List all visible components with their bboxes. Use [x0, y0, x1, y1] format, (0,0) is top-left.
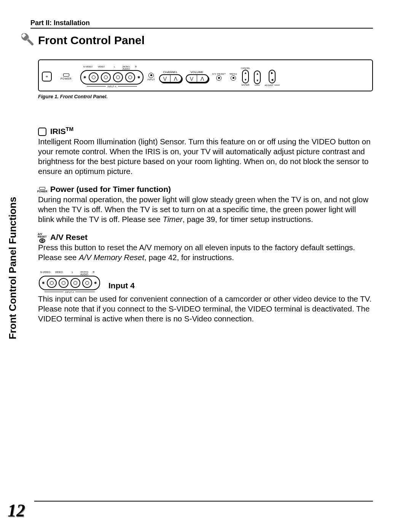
- iris-body: Intelligent Room Illumination (light) Se…: [38, 137, 373, 176]
- side-label: Front Control Panel Functions: [7, 197, 19, 339]
- volume-label: VOLUME: [191, 70, 204, 74]
- avreset-body: Press this button to reset the A/V memor…: [38, 243, 373, 262]
- figure-caption: Figure 1. Front Control Panel.: [38, 94, 373, 99]
- screw-icon: ✱: [137, 75, 140, 79]
- power-heading-icon: POWER: [38, 185, 46, 194]
- front-panel-diagram: POWER S-VIDEO VIDEO L (MONO)AUDIO R ✱ ✱ …: [38, 59, 373, 91]
- video-jack-icon: [101, 72, 111, 82]
- audio-r-label: R: [131, 66, 141, 70]
- input4-heading: Input 4: [108, 281, 135, 290]
- page-number: 12: [8, 500, 25, 521]
- section-power: POWER Power (used for Timer function) Du…: [38, 185, 373, 224]
- cancel-enter-pill-icon: ▲▼: [242, 70, 249, 83]
- menu-label: MENU: [229, 73, 237, 75]
- channel-rocker-icon: ⋁⋀: [159, 74, 182, 83]
- avreset-heading-icon: A/V RESET: [38, 233, 46, 242]
- enter-label: ENTER: [242, 84, 249, 86]
- adjust-right-pill-icon: ▶◀: [269, 70, 276, 83]
- avreset-label: A/V RESET: [212, 73, 226, 75]
- video-label: VIDEO: [96, 66, 107, 70]
- svideo-jack-icon: [89, 72, 99, 82]
- cancel-label: CANCEL: [241, 67, 250, 69]
- power-body: During normal operation, the power light…: [38, 195, 373, 224]
- power-led-icon: [63, 73, 69, 77]
- audio-l-label: L: [114, 66, 115, 68]
- power-heading: Power (used for Timer function): [50, 185, 171, 194]
- iris-tm: TM: [66, 126, 73, 132]
- wrench-icon: MITSUBISHI: [19, 31, 38, 50]
- page-title: Front Control Panel: [38, 34, 145, 47]
- section-input4: S-VIDEO VIDEO L (MONO)AUDIO R ✱ ✱: [38, 271, 373, 324]
- iris-icon: [38, 128, 46, 136]
- section-avreset: A/V RESET A/V Reset Press this button to…: [38, 233, 373, 262]
- iris-sensor-icon: [42, 72, 52, 81]
- avreset-heading: A/V Reset: [50, 233, 88, 242]
- input-label: INPUT: [147, 78, 155, 81]
- header-rule: [30, 28, 373, 29]
- channel-label: CHANNEL: [163, 70, 177, 74]
- volume-rocker-icon: ⋁⋀: [186, 74, 209, 83]
- adjust-up-pill-icon: ▲▼: [254, 70, 261, 84]
- input4-label: INPUT-4: [107, 85, 116, 88]
- avreset-button-icon: [216, 75, 221, 81]
- screw-icon: ✱: [83, 75, 86, 79]
- power-label: POWER: [61, 77, 72, 80]
- section-iris: IRISTM Intelligent Room Illumination (li…: [38, 126, 373, 176]
- footer-rule: [34, 501, 373, 502]
- audio-l-jack-icon: [113, 72, 123, 82]
- iris-heading: IRIS: [50, 127, 66, 136]
- audio-r-jack-icon: [125, 72, 135, 82]
- svideo-label: S-VIDEO: [83, 66, 93, 70]
- part-header: Part II: Installation: [30, 19, 373, 27]
- input-button-icon: [148, 73, 154, 78]
- menu-button-icon: [231, 75, 236, 81]
- adjust-label: ADJUST: [264, 84, 273, 86]
- input4-jack-diagram: S-VIDEO VIDEO L (MONO)AUDIO R ✱ ✱: [38, 271, 101, 293]
- input4-body: This input can be used for convenient co…: [38, 294, 373, 324]
